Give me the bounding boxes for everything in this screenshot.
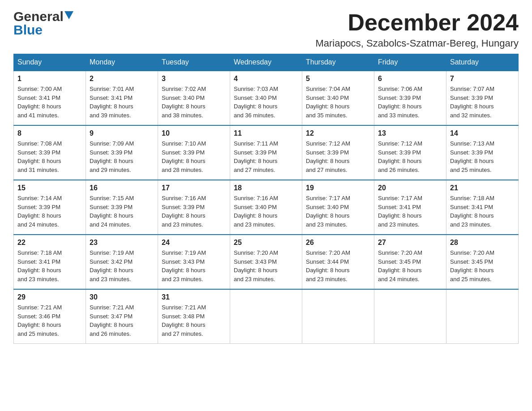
calendar-day-cell: 8Sunrise: 7:08 AMSunset: 3:39 PMDaylight…	[14, 125, 86, 180]
day-number: 4	[234, 75, 298, 83]
calendar-day-cell: 7Sunrise: 7:07 AMSunset: 3:39 PMDaylight…	[446, 71, 519, 126]
day-number: 17	[162, 184, 226, 192]
day-number: 1	[17, 75, 82, 83]
day-info: Sunrise: 7:13 AMSunset: 3:39 PMDaylight:…	[450, 139, 515, 174]
calendar-day-cell: 27Sunrise: 7:20 AMSunset: 3:45 PMDayligh…	[374, 235, 446, 289]
calendar-day-cell: 19Sunrise: 7:17 AMSunset: 3:40 PMDayligh…	[302, 180, 374, 235]
day-info: Sunrise: 7:03 AMSunset: 3:40 PMDaylight:…	[234, 85, 298, 120]
title-section: December 2024 Mariapocs, Szabolcs-Szatma…	[315, 9, 519, 49]
day-info: Sunrise: 7:17 AMSunset: 3:40 PMDaylight:…	[306, 194, 370, 229]
calendar-day-cell: 17Sunrise: 7:16 AMSunset: 3:39 PMDayligh…	[158, 180, 230, 235]
day-info: Sunrise: 7:18 AMSunset: 3:41 PMDaylight:…	[450, 194, 515, 229]
page-header: General Blue December 2024 Mariapocs, Sz…	[13, 9, 519, 49]
day-info: Sunrise: 7:11 AMSunset: 3:39 PMDaylight:…	[234, 139, 298, 174]
day-number: 8	[17, 129, 82, 137]
calendar-day-cell: 28Sunrise: 7:20 AMSunset: 3:45 PMDayligh…	[446, 235, 519, 289]
day-info: Sunrise: 7:01 AMSunset: 3:41 PMDaylight:…	[90, 85, 154, 120]
month-title: December 2024	[315, 9, 519, 36]
day-number: 18	[234, 184, 298, 192]
day-info: Sunrise: 7:21 AMSunset: 3:48 PMDaylight:…	[162, 303, 226, 338]
day-number: 2	[90, 75, 154, 83]
day-number: 16	[90, 184, 154, 192]
calendar-day-cell: 26Sunrise: 7:20 AMSunset: 3:44 PMDayligh…	[302, 235, 374, 289]
calendar-day-cell: 21Sunrise: 7:18 AMSunset: 3:41 PMDayligh…	[446, 180, 519, 235]
day-info: Sunrise: 7:02 AMSunset: 3:40 PMDaylight:…	[162, 85, 226, 120]
calendar-day-cell: 5Sunrise: 7:04 AMSunset: 3:40 PMDaylight…	[302, 71, 374, 126]
day-number: 26	[306, 239, 370, 247]
day-info: Sunrise: 7:04 AMSunset: 3:40 PMDaylight:…	[306, 85, 370, 120]
day-info: Sunrise: 7:09 AMSunset: 3:39 PMDaylight:…	[90, 139, 154, 174]
logo-general-text: General	[13, 9, 64, 24]
day-number: 3	[162, 75, 226, 83]
day-info: Sunrise: 7:21 AMSunset: 3:47 PMDaylight:…	[90, 303, 154, 338]
header-thursday: Thursday	[302, 54, 374, 71]
day-number: 12	[306, 129, 370, 137]
logo-blue-text: Blue	[13, 22, 43, 38]
calendar-day-cell: 6Sunrise: 7:06 AMSunset: 3:39 PMDaylight…	[374, 71, 446, 126]
header-saturday: Saturday	[446, 54, 519, 71]
day-number: 27	[378, 239, 442, 247]
day-number: 19	[306, 184, 370, 192]
calendar-week-row: 29Sunrise: 7:21 AMSunset: 3:46 PMDayligh…	[14, 289, 519, 344]
day-number: 20	[378, 184, 442, 192]
calendar-week-row: 8Sunrise: 7:08 AMSunset: 3:39 PMDaylight…	[14, 125, 519, 180]
calendar-day-cell: 29Sunrise: 7:21 AMSunset: 3:46 PMDayligh…	[14, 289, 86, 344]
calendar-day-cell: 13Sunrise: 7:12 AMSunset: 3:39 PMDayligh…	[374, 125, 446, 180]
calendar-day-cell	[302, 289, 374, 344]
day-info: Sunrise: 7:15 AMSunset: 3:39 PMDaylight:…	[90, 194, 154, 229]
calendar-day-cell	[230, 289, 302, 344]
day-number: 24	[162, 239, 226, 247]
day-info: Sunrise: 7:19 AMSunset: 3:42 PMDaylight:…	[90, 248, 154, 283]
day-number: 10	[162, 129, 226, 137]
day-number: 6	[378, 75, 442, 83]
day-number: 7	[450, 75, 515, 83]
calendar-day-cell: 30Sunrise: 7:21 AMSunset: 3:47 PMDayligh…	[86, 289, 158, 344]
header-friday: Friday	[374, 54, 446, 71]
day-info: Sunrise: 7:20 AMSunset: 3:43 PMDaylight:…	[234, 248, 298, 283]
day-number: 28	[450, 239, 515, 247]
svg-marker-0	[64, 11, 73, 19]
logo: General Blue	[13, 9, 73, 38]
day-info: Sunrise: 7:19 AMSunset: 3:43 PMDaylight:…	[162, 248, 226, 283]
day-number: 13	[378, 129, 442, 137]
day-info: Sunrise: 7:12 AMSunset: 3:39 PMDaylight:…	[306, 139, 370, 174]
calendar-table: Sunday Monday Tuesday Wednesday Thursday…	[13, 54, 519, 344]
location-title: Mariapocs, Szabolcs-Szatmar-Bereg, Hunga…	[315, 38, 519, 49]
day-number: 30	[90, 293, 154, 301]
calendar-day-cell: 20Sunrise: 7:17 AMSunset: 3:41 PMDayligh…	[374, 180, 446, 235]
calendar-day-cell: 10Sunrise: 7:10 AMSunset: 3:39 PMDayligh…	[158, 125, 230, 180]
calendar-day-cell: 25Sunrise: 7:20 AMSunset: 3:43 PMDayligh…	[230, 235, 302, 289]
calendar-header-row: Sunday Monday Tuesday Wednesday Thursday…	[14, 54, 519, 71]
logo-triangle-icon	[64, 11, 73, 22]
calendar-day-cell: 12Sunrise: 7:12 AMSunset: 3:39 PMDayligh…	[302, 125, 374, 180]
day-number: 23	[90, 239, 154, 247]
day-info: Sunrise: 7:07 AMSunset: 3:39 PMDaylight:…	[450, 85, 515, 120]
calendar-day-cell	[374, 289, 446, 344]
day-info: Sunrise: 7:06 AMSunset: 3:39 PMDaylight:…	[378, 85, 442, 120]
calendar-day-cell: 16Sunrise: 7:15 AMSunset: 3:39 PMDayligh…	[86, 180, 158, 235]
day-number: 14	[450, 129, 515, 137]
header-wednesday: Wednesday	[230, 54, 302, 71]
calendar-day-cell: 24Sunrise: 7:19 AMSunset: 3:43 PMDayligh…	[158, 235, 230, 289]
day-info: Sunrise: 7:10 AMSunset: 3:39 PMDaylight:…	[162, 139, 226, 174]
calendar-day-cell: 14Sunrise: 7:13 AMSunset: 3:39 PMDayligh…	[446, 125, 519, 180]
calendar-day-cell	[446, 289, 519, 344]
day-info: Sunrise: 7:00 AMSunset: 3:41 PMDaylight:…	[17, 85, 82, 120]
calendar-day-cell: 2Sunrise: 7:01 AMSunset: 3:41 PMDaylight…	[86, 71, 158, 126]
day-number: 31	[162, 293, 226, 301]
calendar-day-cell: 22Sunrise: 7:18 AMSunset: 3:41 PMDayligh…	[14, 235, 86, 289]
day-info: Sunrise: 7:18 AMSunset: 3:41 PMDaylight:…	[17, 248, 82, 283]
header-sunday: Sunday	[14, 54, 86, 71]
calendar-day-cell: 31Sunrise: 7:21 AMSunset: 3:48 PMDayligh…	[158, 289, 230, 344]
day-info: Sunrise: 7:20 AMSunset: 3:45 PMDaylight:…	[450, 248, 515, 283]
day-info: Sunrise: 7:21 AMSunset: 3:46 PMDaylight:…	[17, 303, 82, 338]
calendar-day-cell: 11Sunrise: 7:11 AMSunset: 3:39 PMDayligh…	[230, 125, 302, 180]
day-number: 11	[234, 129, 298, 137]
day-number: 5	[306, 75, 370, 83]
day-info: Sunrise: 7:14 AMSunset: 3:39 PMDaylight:…	[17, 194, 82, 229]
calendar-week-row: 15Sunrise: 7:14 AMSunset: 3:39 PMDayligh…	[14, 180, 519, 235]
day-number: 21	[450, 184, 515, 192]
calendar-day-cell: 9Sunrise: 7:09 AMSunset: 3:39 PMDaylight…	[86, 125, 158, 180]
day-number: 25	[234, 239, 298, 247]
header-monday: Monday	[86, 54, 158, 71]
